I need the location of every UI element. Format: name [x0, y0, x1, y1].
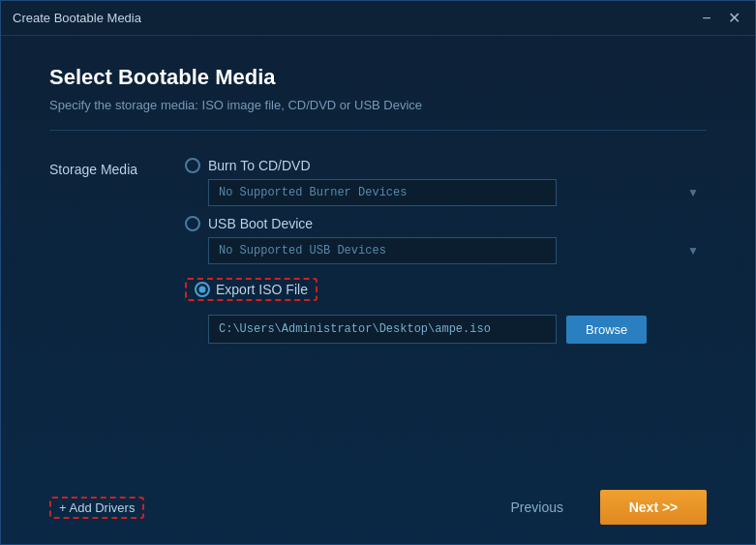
iso-radio[interactable] [195, 282, 210, 297]
window-title: Create Bootable Media [13, 11, 141, 25]
usb-radio-label[interactable]: USB Boot Device [185, 216, 707, 231]
window-controls: − ✕ [697, 9, 743, 28]
usb-label: USB Boot Device [208, 216, 313, 231]
storage-row: Storage Media Burn To CD/DVD No Supporte… [49, 158, 707, 344]
usb-dropdown-wrapper: No Supported USB Devices ▼ [208, 237, 707, 264]
previous-button[interactable]: Previous [484, 490, 590, 525]
iso-path-input[interactable] [208, 315, 557, 344]
browse-button[interactable]: Browse [566, 316, 647, 344]
divider [49, 130, 707, 131]
usb-dropdown[interactable]: No Supported USB Devices [208, 237, 557, 264]
next-button[interactable]: Next >> [600, 490, 707, 525]
title-bar: Create Bootable Media − ✕ [1, 1, 755, 36]
iso-radio-row: Export ISO File [185, 278, 707, 301]
nav-buttons: Previous Next >> [484, 490, 707, 525]
cd-dvd-radio[interactable] [185, 158, 200, 173]
cd-dvd-dropdown-wrapper: No Supported Burner Devices ▼ [208, 179, 707, 206]
cd-dvd-radio-label[interactable]: Burn To CD/DVD [185, 158, 707, 173]
page-title: Select Bootable Media [49, 65, 707, 90]
storage-options: Burn To CD/DVD No Supported Burner Devic… [185, 158, 707, 344]
iso-dashed-box: Export ISO File [185, 278, 318, 301]
footer: + Add Drivers Previous Next >> [1, 478, 755, 544]
iso-input-row: Browse [208, 315, 707, 344]
usb-radio[interactable] [185, 216, 200, 231]
main-window: Create Bootable Media − ✕ Select Bootabl… [0, 0, 756, 545]
add-drivers-button[interactable]: + Add Drivers [59, 500, 135, 515]
usb-group: USB Boot Device No Supported USB Devices… [185, 216, 707, 264]
cd-dvd-dropdown[interactable]: No Supported Burner Devices [208, 179, 557, 206]
content-area: Select Bootable Media Specify the storag… [1, 36, 755, 478]
storage-label: Storage Media [49, 158, 156, 177]
iso-group: Export ISO File Browse [185, 278, 707, 344]
iso-label: Export ISO File [216, 282, 308, 297]
close-button[interactable]: ✕ [724, 9, 743, 28]
add-drivers-label: + Add Drivers [59, 500, 135, 515]
cd-dvd-dropdown-arrow: ▼ [687, 186, 699, 199]
cd-dvd-label: Burn To CD/DVD [208, 158, 311, 173]
page-subtitle: Specify the storage media: ISO image fil… [49, 98, 707, 112]
cd-dvd-group: Burn To CD/DVD No Supported Burner Devic… [185, 158, 707, 206]
minimize-button[interactable]: − [697, 9, 716, 28]
usb-dropdown-arrow: ▼ [687, 244, 699, 257]
add-drivers-dashed-box: + Add Drivers [49, 497, 144, 519]
